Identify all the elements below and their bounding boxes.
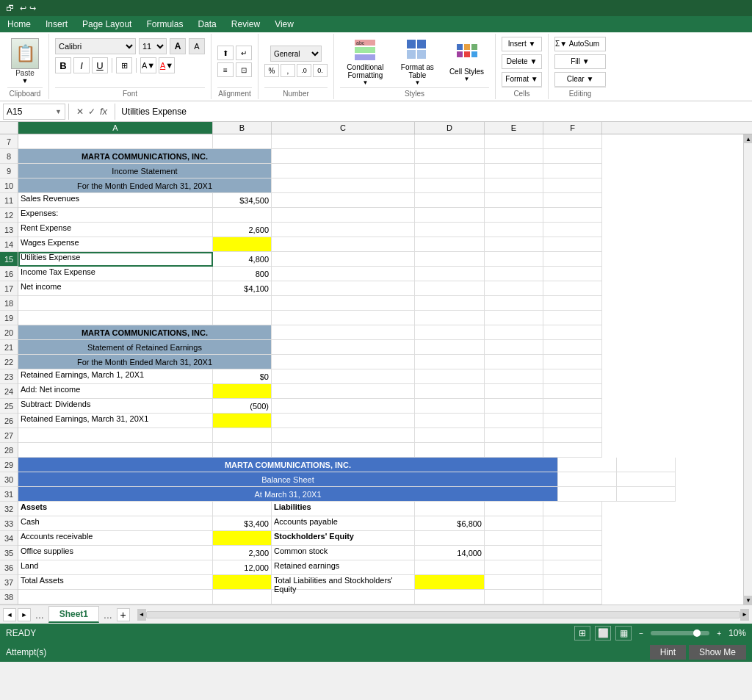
tab-formulas[interactable]: Formulas — [139, 16, 190, 32]
cell-B17[interactable]: $4,100 — [213, 281, 272, 296]
cell-D24[interactable] — [415, 384, 485, 399]
cell-F21[interactable] — [543, 340, 602, 355]
row-num-21[interactable]: 21 — [0, 340, 18, 355]
fx-icon[interactable]: fx — [100, 106, 107, 117]
wrap-button[interactable]: ↵ — [236, 46, 252, 60]
merge-button[interactable]: ⊡ — [236, 62, 252, 77]
cell-D16[interactable] — [415, 267, 485, 281]
cell-F29[interactable] — [617, 458, 676, 472]
cell-D37[interactable] — [415, 575, 485, 590]
cell-D38[interactable] — [415, 590, 485, 605]
row-num-24[interactable]: 24 — [0, 384, 18, 399]
undo-icon[interactable]: ↩ — [20, 4, 26, 13]
row-num-22[interactable]: 22 — [0, 355, 18, 369]
cell-E16[interactable] — [485, 267, 543, 281]
row-num-23[interactable]: 23 — [0, 369, 18, 384]
row-num-10[interactable]: 10 — [0, 178, 18, 193]
cell-A37[interactable]: Total Assets — [18, 575, 213, 590]
add-sheet-btn[interactable]: + — [117, 608, 130, 621]
cell-E34[interactable] — [485, 531, 543, 546]
cell-B26[interactable] — [213, 414, 272, 428]
cell-A13[interactable]: Rent Expense — [18, 223, 213, 237]
row-num-35[interactable]: 35 — [0, 546, 18, 560]
row-num-8[interactable]: 8 — [0, 149, 18, 164]
cell-F32[interactable] — [543, 502, 602, 516]
cell-A9-merged[interactable]: Income Statement — [18, 164, 272, 178]
row-num-11[interactable]: 11 — [0, 193, 18, 208]
font-select[interactable]: Calibri — [55, 38, 136, 54]
row-num-15[interactable]: 15 — [0, 252, 18, 267]
cell-C11[interactable] — [272, 193, 415, 208]
cell-C16[interactable] — [272, 267, 415, 281]
cell-F15[interactable] — [543, 252, 602, 267]
cell-F27[interactable] — [543, 428, 602, 443]
cell-D36[interactable] — [415, 560, 485, 575]
row-num-37[interactable]: 37 — [0, 575, 18, 590]
cell-B37[interactable] — [213, 575, 272, 590]
cell-B28[interactable] — [213, 443, 272, 458]
cell-D33[interactable]: $6,800 — [415, 516, 485, 531]
cell-C21[interactable] — [272, 340, 415, 355]
cell-A31-merged[interactable]: At March 31, 20X1 — [18, 487, 558, 502]
cell-E13[interactable] — [485, 223, 543, 237]
cell-F11[interactable] — [543, 193, 602, 208]
h-scroll-track[interactable] — [146, 611, 740, 618]
cell-F8[interactable] — [543, 149, 602, 164]
cell-D28[interactable] — [415, 443, 485, 458]
cell-D11[interactable] — [415, 193, 485, 208]
cell-E28[interactable] — [485, 443, 543, 458]
cell-D27[interactable] — [415, 428, 485, 443]
comma-button[interactable]: , — [281, 64, 295, 77]
cell-C38[interactable] — [272, 590, 415, 605]
sheet-prev-btn[interactable]: ◄ — [3, 608, 16, 621]
cell-C19[interactable] — [272, 311, 415, 325]
page-layout-view-btn[interactable]: ⬜ — [595, 626, 611, 641]
cell-C13[interactable] — [272, 223, 415, 237]
cell-A14[interactable]: Wages Expense — [18, 237, 213, 252]
underline-button[interactable]: U — [92, 57, 108, 73]
row-num-38[interactable]: 38 — [0, 590, 18, 605]
cell-E9[interactable] — [485, 164, 543, 178]
cell-B18[interactable] — [213, 296, 272, 311]
cell-D8[interactable] — [415, 149, 485, 164]
cell-D32[interactable] — [415, 502, 485, 516]
cell-E32[interactable] — [485, 502, 543, 516]
format-as-table-button[interactable]: Format as Table ▼ — [394, 35, 441, 87]
font-color-button[interactable]: A▼ — [159, 57, 175, 73]
cell-C14[interactable] — [272, 237, 415, 252]
cell-D19[interactable] — [415, 311, 485, 325]
cell-F18[interactable] — [543, 296, 602, 311]
cell-F24[interactable] — [543, 384, 602, 399]
row-num-7[interactable]: 7 — [0, 134, 18, 149]
row-num-33[interactable]: 33 — [0, 516, 18, 531]
cell-F19[interactable] — [543, 311, 602, 325]
decrease-decimal-button[interactable]: 0. — [313, 64, 328, 77]
cell-D22[interactable] — [415, 355, 485, 369]
cell-D34[interactable] — [415, 531, 485, 546]
row-num-26[interactable]: 26 — [0, 414, 18, 428]
cell-C18[interactable] — [272, 296, 415, 311]
cell-E15[interactable] — [485, 252, 543, 267]
cell-F20[interactable] — [543, 325, 602, 340]
fill-button[interactable]: Fill ▼ — [554, 54, 606, 69]
col-header-d[interactable]: D — [415, 122, 485, 134]
cell-F34[interactable] — [543, 531, 602, 546]
cell-B19[interactable] — [213, 311, 272, 325]
col-header-a[interactable]: A — [18, 122, 213, 134]
cell-B12[interactable] — [213, 208, 272, 223]
cell-A24[interactable]: Add: Net income — [18, 384, 213, 399]
cell-A19[interactable] — [18, 311, 213, 325]
cell-B23[interactable]: $0 — [213, 369, 272, 384]
cell-C7[interactable] — [272, 134, 415, 149]
sheet-dots-right[interactable]: ... — [101, 609, 115, 621]
tab-data[interactable]: Data — [190, 16, 223, 32]
cell-A12[interactable]: Expenses: — [18, 208, 213, 223]
row-num-31[interactable]: 31 — [0, 487, 18, 502]
scroll-up-arrow[interactable]: ▲ — [744, 134, 752, 143]
row-num-17[interactable]: 17 — [0, 281, 18, 296]
row-num-32[interactable]: 32 — [0, 502, 18, 516]
cell-D21[interactable] — [415, 340, 485, 355]
paste-button[interactable]: 📋 Paste ▼ — [11, 38, 39, 84]
cell-A22-merged[interactable]: For the Month Ended March 31, 20X1 — [18, 355, 272, 369]
cell-A27[interactable] — [18, 428, 213, 443]
